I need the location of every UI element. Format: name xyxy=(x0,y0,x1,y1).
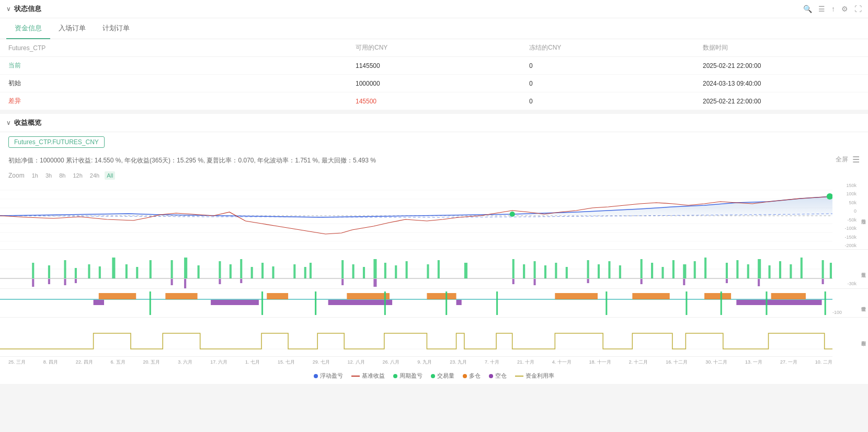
svg-rect-102 xyxy=(736,300,821,305)
svg-rect-43 xyxy=(363,267,365,278)
svg-rect-46 xyxy=(395,265,397,278)
zoom-bar: Zoom 1h 3h 8h 12h 24h All xyxy=(0,169,868,182)
chart-menu-icon[interactable]: ☰ xyxy=(852,155,860,165)
expand-icon[interactable]: ⛶ xyxy=(854,5,862,13)
profit-collapse-icon[interactable]: ∨ xyxy=(6,119,11,126)
legend-floating-profit-icon xyxy=(314,374,318,378)
zoom-24h[interactable]: 24h xyxy=(88,171,101,180)
legend-short-icon xyxy=(489,374,493,378)
svg-rect-40 xyxy=(310,263,312,278)
legend-volume: 交易量 xyxy=(431,372,454,380)
table-row: 当前 1145500 0 2025-02-21 22:00:00 xyxy=(0,57,868,75)
svg-rect-41 xyxy=(341,260,344,278)
svg-rect-57 xyxy=(555,263,557,278)
legend-short-label: 空仓 xyxy=(495,372,507,380)
legend-benchmark-label: 基准收益 xyxy=(362,372,385,380)
legend-floating-profit-label: 浮动盈亏 xyxy=(320,372,343,380)
svg-rect-108 xyxy=(496,291,498,315)
svg-rect-113 xyxy=(825,291,826,315)
tabs-bar: 资金信息 入场订单 计划订单 xyxy=(0,18,868,39)
x-label-23: 27. 一月 xyxy=(780,359,797,366)
svg-rect-55 xyxy=(534,261,536,278)
settings-icon[interactable]: ⚙ xyxy=(841,5,848,13)
svg-rect-26 xyxy=(184,258,187,278)
svg-rect-24 xyxy=(75,279,77,283)
svg-rect-17 xyxy=(112,258,115,278)
volume-chart-svg xyxy=(0,250,832,289)
capital-chart xyxy=(0,318,832,357)
y-neg200k: -200k xyxy=(832,243,856,248)
x-label-9: 15. 七月 xyxy=(278,359,295,366)
x-label-15: 7. 十月 xyxy=(485,359,499,366)
svg-rect-101 xyxy=(456,300,462,305)
table-row: 差异 145500 0 2025-02-21 22:00:00 xyxy=(0,92,868,110)
search-icon[interactable]: 🔍 xyxy=(803,5,812,13)
y-150k: 150k xyxy=(832,183,856,188)
row-label-current[interactable]: 当前 xyxy=(8,62,21,69)
tab-plan-orders[interactable]: 计划订单 xyxy=(94,18,138,39)
svg-rect-72 xyxy=(704,258,706,278)
svg-rect-105 xyxy=(315,291,316,315)
x-label-3: 22. 四月 xyxy=(76,359,93,366)
position-chart-svg xyxy=(0,289,832,318)
futures-tag-button[interactable]: Futures_CTP.FUTURES_CNY xyxy=(8,136,105,148)
svg-rect-89 xyxy=(99,293,136,299)
refresh-icon[interactable]: ↑ xyxy=(831,5,835,13)
svg-rect-109 xyxy=(606,291,607,315)
y-neg100k: -100k xyxy=(832,226,856,231)
zoom-1h[interactable]: 1h xyxy=(30,171,40,180)
svg-point-7 xyxy=(510,212,515,217)
svg-rect-22 xyxy=(48,279,50,284)
svg-rect-103 xyxy=(150,291,151,315)
svg-rect-42 xyxy=(352,264,355,278)
x-label-7: 17. 六月 xyxy=(210,359,227,366)
x-label-21: 30. 十二月 xyxy=(705,359,727,366)
svg-rect-34 xyxy=(261,263,264,278)
zoom-8h[interactable]: 8h xyxy=(57,171,67,180)
svg-rect-81 xyxy=(790,264,792,278)
initial-frozen: 0 xyxy=(521,75,694,92)
x-label-2: 8. 四月 xyxy=(43,359,58,366)
col-header-account: Futures_CTP xyxy=(0,39,347,57)
current-time: 2025-02-21 22:00:00 xyxy=(694,57,868,75)
tag-area: Futures_CTP.FUTURES_CNY xyxy=(0,132,868,150)
svg-rect-86 xyxy=(830,263,832,278)
side-labels: 浮动盈亏 逐笔盈亏 仓位管理量 资金利用率 xyxy=(859,182,868,357)
svg-rect-85 xyxy=(822,260,824,278)
x-label-5: 20. 五月 xyxy=(143,359,160,366)
svg-rect-69 xyxy=(672,260,675,278)
legend-period-profit-label: 周期盈亏 xyxy=(399,372,422,380)
zoom-all[interactable]: All xyxy=(105,171,115,180)
svg-rect-98 xyxy=(94,300,104,305)
y-50k: 50k xyxy=(832,200,856,205)
svg-rect-111 xyxy=(721,291,722,315)
x-label-10: 29. 七月 xyxy=(313,359,330,366)
svg-rect-80 xyxy=(779,261,781,278)
legend-period-profit-icon xyxy=(393,374,397,378)
zoom-label: Zoom xyxy=(8,172,25,179)
panel-actions: 🔍 ☰ ↑ ⚙ ⛶ xyxy=(803,5,862,13)
main-chart-svg xyxy=(0,182,832,250)
collapse-icon[interactable]: ∨ xyxy=(6,5,11,13)
x-label-19: 2. 十二月 xyxy=(629,359,648,366)
fullscreen-button[interactable]: 全屏 xyxy=(836,155,848,164)
svg-rect-30 xyxy=(219,261,221,278)
tab-entry-orders[interactable]: 入场订单 xyxy=(50,18,94,39)
x-label-14: 23. 九月 xyxy=(450,359,467,366)
x-label-11: 12. 八月 xyxy=(348,359,365,366)
svg-rect-106 xyxy=(384,291,386,315)
svg-rect-51 xyxy=(438,260,440,278)
zoom-3h[interactable]: 3h xyxy=(43,171,54,180)
diff-cny: 145500 xyxy=(356,98,376,105)
svg-rect-93 xyxy=(427,293,456,299)
zoom-12h[interactable]: 12h xyxy=(71,171,84,180)
svg-rect-110 xyxy=(686,291,687,315)
legend-short: 空仓 xyxy=(489,372,507,380)
x-label-16: 21. 十月 xyxy=(517,359,534,366)
tab-funds[interactable]: 资金信息 xyxy=(6,18,50,39)
svg-rect-32 xyxy=(240,259,242,278)
svg-rect-79 xyxy=(769,265,771,278)
initial-cny: 1000000 xyxy=(347,75,521,92)
menu-icon[interactable]: ☰ xyxy=(818,5,825,13)
svg-rect-107 xyxy=(446,291,447,315)
